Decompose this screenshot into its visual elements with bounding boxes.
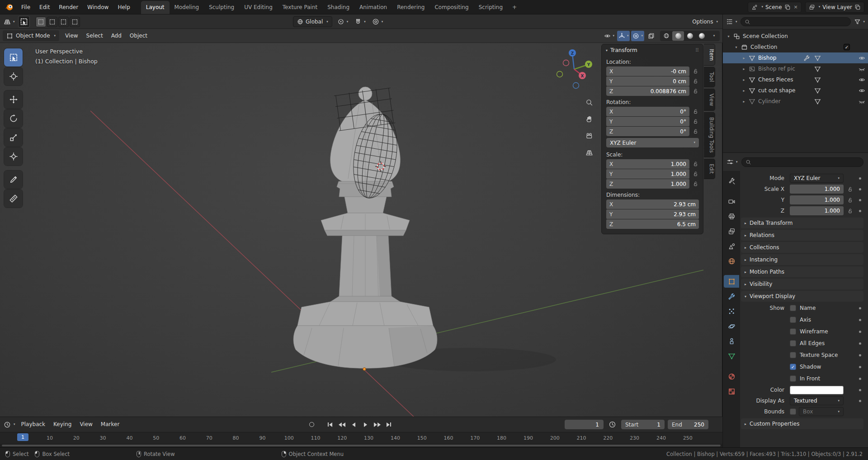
lock-open-icon[interactable] [692, 171, 699, 177]
menu-file[interactable]: File [17, 4, 35, 10]
jump-to-next-keyframe-button[interactable] [372, 420, 382, 430]
animate-dot[interactable] [859, 319, 861, 321]
section-delta-transform[interactable]: ▸Delta Transform [741, 218, 863, 228]
menu-window[interactable]: Window [83, 4, 113, 10]
preview-range-clock-icon[interactable] [609, 421, 616, 428]
active-tool-button[interactable] [18, 16, 30, 28]
measure-tool-button[interactable] [4, 190, 23, 208]
checkbox-in-front[interactable] [790, 375, 796, 382]
checkbox-name[interactable] [790, 305, 796, 311]
outliner-row-chess-pieces[interactable]: ▸Chess Pieces [723, 74, 868, 85]
menu-help[interactable]: Help [113, 4, 134, 10]
outliner-row-collection[interactable]: ▾Collection✓ [723, 42, 868, 52]
properties-tab-scene[interactable] [724, 240, 739, 252]
dimensions-x-input[interactable]: X2.93 cm [606, 199, 699, 209]
section-motion-paths[interactable]: ▸Motion Paths [741, 266, 863, 277]
rotation-mode-dropdown[interactable]: XYZ Euler ▾ [606, 138, 699, 147]
workspace-tab-animation[interactable]: Animation [354, 1, 392, 14]
rotate-tool-button[interactable] [4, 109, 23, 128]
cursor-tool-button[interactable] [4, 67, 23, 85]
lock-open-icon[interactable] [846, 208, 854, 214]
select-extend-button[interactable] [47, 17, 57, 27]
properties-tab-data[interactable] [724, 350, 739, 362]
view-layer-selector[interactable]: ▾ View Layer [805, 2, 864, 13]
drag-grip-icon[interactable]: ⠿ [695, 47, 699, 53]
toggle-ortho-button[interactable] [583, 147, 595, 158]
location-z-input[interactable]: Z0.008876 cm [606, 86, 689, 96]
properties-tab-constraints[interactable] [724, 335, 739, 347]
pivot-point-dropdown[interactable]: ▾ [336, 18, 350, 25]
viewport-menu-add[interactable]: Add [107, 29, 126, 43]
section-instancing[interactable]: ▸Instancing [741, 254, 863, 265]
editor-type-selector[interactable]: ▾ [4, 18, 15, 25]
workspace-tab-compositing[interactable]: Compositing [429, 1, 473, 14]
add-workspace-button[interactable]: + [508, 1, 521, 14]
location-y-input[interactable]: Y0 cm [606, 76, 689, 86]
checkbox-axis[interactable] [790, 317, 796, 323]
scale-z-input[interactable]: Z1.000 [606, 179, 689, 189]
jump-to-start-button[interactable] [325, 420, 335, 430]
show-gizmo-toggle[interactable]: ▾ [617, 31, 630, 41]
menu-edit[interactable]: Edit [35, 4, 54, 10]
sidebar-tab-tool[interactable]: Tool [704, 67, 715, 87]
rotation-y-input[interactable]: Y0° [606, 117, 689, 126]
expand-arrow-icon[interactable]: ▸ [741, 56, 747, 60]
scale-y-input[interactable]: 1.000 [790, 195, 844, 204]
animate-dot[interactable] [859, 199, 861, 201]
outliner-row-cut-out-shape[interactable]: ▸cut out shape [723, 85, 868, 96]
animate-dot[interactable] [859, 331, 861, 333]
sidebar-tab-edit[interactable]: Edit [704, 159, 715, 179]
scale-tool-button[interactable] [4, 128, 23, 147]
bishop-model[interactable] [293, 87, 437, 368]
frame-end-field[interactable]: End 250 [668, 420, 708, 429]
section-custom-properties[interactable]: ▸ Custom Properties [741, 418, 863, 429]
zoom-button[interactable] [583, 96, 595, 108]
snapping-dropdown[interactable]: ▾ [353, 18, 367, 25]
pan-button[interactable] [583, 113, 595, 125]
blender-logo-icon[interactable] [5, 3, 14, 11]
checkbox-shadow[interactable] [790, 364, 796, 370]
timeline-scrollbar[interactable] [0, 444, 722, 447]
scale-scale-x-input[interactable]: 1.000 [790, 185, 844, 194]
rotation-z-input[interactable]: Z0° [606, 127, 689, 136]
mode-selector[interactable]: Object Mode ▾ [3, 30, 59, 41]
bounds-checkbox[interactable] [790, 408, 796, 415]
shading-rendered-button[interactable] [696, 31, 708, 41]
checkbox-texture-space[interactable] [790, 352, 796, 358]
animate-dot[interactable] [859, 342, 861, 345]
gizmo-z-negative[interactable] [573, 83, 579, 89]
transform-panel-header[interactable]: ▾ Transform ⠿ [602, 44, 703, 56]
scene-selector[interactable]: ▾ Scene × [748, 2, 801, 13]
sidebar-tab-item[interactable]: Item [704, 44, 715, 66]
outliner-editor-selector[interactable]: ▾ [726, 18, 737, 25]
workspace-tab-sculpting[interactable]: Sculpting [204, 1, 239, 14]
properties-search-input[interactable] [741, 157, 863, 167]
animate-dot[interactable] [859, 366, 861, 368]
timeline-editor-selector[interactable]: ▾ [4, 421, 15, 428]
options-dropdown[interactable]: Options ▾ [692, 14, 718, 29]
workspace-tab-layout[interactable]: Layout [141, 1, 170, 14]
properties-tab-material[interactable] [724, 370, 739, 383]
visibility-toggle[interactable] [859, 87, 865, 94]
play-button[interactable] [360, 420, 371, 430]
timeline-menu-view[interactable]: View [75, 417, 96, 432]
section-relations[interactable]: ▸Relations [741, 230, 863, 241]
lock-open-icon[interactable] [846, 186, 854, 192]
workspace-tab-scripting[interactable]: Scripting [474, 1, 508, 14]
current-frame-field[interactable]: 1 [565, 420, 604, 429]
scale-y-input[interactable]: Y1.000 [606, 169, 689, 179]
animate-dot[interactable] [859, 307, 861, 309]
outliner-search-input[interactable] [741, 17, 851, 26]
workspace-tab-rendering[interactable]: Rendering [392, 1, 429, 14]
properties-tab-output[interactable] [724, 210, 739, 223]
outliner-filter-button[interactable]: ▾ [854, 19, 865, 25]
workspace-tab-shading[interactable]: Shading [322, 1, 354, 14]
animate-dot[interactable] [859, 177, 861, 180]
properties-tab-render[interactable] [724, 195, 739, 208]
section-viewport-display[interactable]: ▾ Viewport Display [741, 291, 863, 302]
lock-open-icon[interactable] [692, 181, 699, 187]
scale-z-input[interactable]: 1.000 [790, 206, 844, 215]
viewport-menu-select[interactable]: Select [82, 29, 107, 43]
animate-dot[interactable] [859, 188, 861, 190]
navigation-gizmo[interactable]: Z Y X [541, 46, 609, 100]
